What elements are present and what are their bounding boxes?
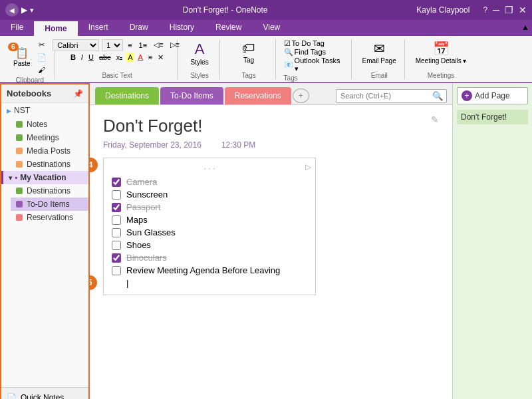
checkbox-sunglasses[interactable] [112, 228, 121, 237]
checkbox-binoculars[interactable] [112, 253, 121, 263]
highlight-button[interactable]: A [126, 53, 134, 62]
cursor-line[interactable] [112, 277, 307, 289]
myvacation-subitems: Destinations To-Do Items Reservations [1, 184, 88, 224]
underline-button[interactable]: U [86, 53, 96, 62]
sidebar-item-destinations-nst[interactable]: Destinations [11, 158, 88, 171]
meeting-details-button[interactable]: 📅 Meeting Details ▾ [413, 39, 469, 66]
tab-reservations[interactable]: Reservations [225, 87, 291, 104]
checklist-collapse[interactable]: ▷ [305, 162, 311, 172]
forward-button[interactable]: ▶ [21, 5, 27, 15]
tag-button[interactable]: 🏷 Tag [239, 39, 258, 65]
note-content: Don't Forget! Friday, September 23, 2016… [90, 105, 452, 399]
close-button[interactable]: ✕ [519, 5, 527, 15]
subscript-button[interactable]: x₂ [114, 53, 125, 63]
email-page-button[interactable]: ✉ Email Page [360, 39, 399, 66]
restore-button[interactable]: ❐ [505, 5, 513, 15]
tab-file[interactable]: File [0, 20, 34, 36]
styles-button[interactable]: A Styles [188, 39, 211, 67]
ribbon-content: 📋 Paste 6 ✂ 📄 🖌 Clipboard Calibri [0, 36, 532, 82]
checkbox-review[interactable] [112, 266, 121, 275]
tab-reservations-label: Reservations [235, 91, 281, 100]
indent-less-button[interactable]: ◁≡ [152, 40, 165, 50]
bold-button[interactable]: B [68, 53, 78, 62]
tab-draw[interactable]: Draw [119, 20, 159, 36]
note-date-text: Friday, September 23, 2016 [103, 140, 201, 150]
item-shoes-label: Shoes [126, 240, 151, 250]
item-passport-label: Passport [126, 202, 160, 212]
bullets-button[interactable]: ≡ [126, 41, 134, 50]
checkbox-sunscreen[interactable] [112, 190, 121, 200]
pin-icon[interactable]: 📌 [73, 89, 83, 98]
checklist-item-7: Binoculars [112, 251, 307, 264]
search-button[interactable]: 🔍 [430, 90, 446, 102]
italic-button[interactable]: I [79, 53, 85, 62]
checkbox-shoes[interactable] [112, 241, 121, 250]
sidebar-item-meetings[interactable]: Meetings [11, 131, 88, 144]
sidebar-item-nst[interactable]: ▸ NST [1, 103, 88, 118]
clear-format-button[interactable]: ✕ [156, 53, 166, 63]
meetings-group-label: Meetings [428, 70, 455, 79]
clipboard-group: 📋 Paste 6 ✂ 📄 🖌 Clipboard [5, 39, 55, 79]
tab-todo[interactable]: To-Do Items [160, 87, 223, 104]
sidebar-header: Notebooks 📌 [1, 84, 88, 103]
minimize-button[interactable]: ─ [493, 5, 499, 15]
checkbox-camera[interactable] [112, 178, 121, 187]
checkbox-maps[interactable] [112, 215, 121, 225]
sidebar-item-myvacation[interactable]: ▾ ▪ My Vacation [1, 171, 88, 184]
cursor-row: 5 [112, 277, 307, 289]
format-painter-button[interactable]: 🖌 [35, 65, 49, 75]
outlook-tasks-button[interactable]: 📧 Outlook Tasks ▾ [284, 57, 346, 73]
myvacation-arrow: ▾ [9, 174, 12, 182]
mediaposts-dot [16, 148, 23, 154]
font-color-button[interactable]: A [136, 53, 144, 62]
badge-4: 4 [90, 158, 98, 172]
back-button[interactable]: ◀ [5, 3, 19, 17]
tab-history[interactable]: History [159, 20, 205, 36]
tag-label: Tag [243, 57, 254, 64]
email-group-label: Email [371, 70, 388, 79]
sidebar-item-reservations[interactable]: Reservations [11, 211, 88, 224]
checklist-handle: · · · [112, 164, 307, 173]
tag-icon: 🏷 [242, 41, 255, 56]
todo-tag-button[interactable]: ☑ To Do Tag [284, 39, 325, 48]
quick-notes-button[interactable]: 📄 Quick Notes [1, 387, 88, 399]
checklist-item-3: Passport [112, 201, 307, 213]
destinations-nst-label: Destinations [27, 160, 70, 169]
cut-button[interactable]: ✂ [35, 39, 49, 51]
help-button[interactable]: ? [483, 5, 487, 15]
tab-review[interactable]: Review [205, 20, 252, 36]
sidebar-item-notes[interactable]: Notes [11, 118, 88, 131]
clipboard-icons: 📋 Paste 6 ✂ 📄 🖌 [11, 39, 49, 75]
tab-insert[interactable]: Insert [78, 20, 119, 36]
tab-destinations[interactable]: Destinations [95, 87, 159, 104]
sidebar-item-todoitems[interactable]: To-Do Items [11, 198, 88, 211]
add-page-button[interactable]: + Add Page [457, 87, 528, 104]
sidebar-item-mediaposts[interactable]: Media Posts [11, 144, 88, 158]
basic-text-label: Basic Text [102, 70, 132, 79]
checklist-item-5: Sun Glasses [112, 226, 307, 239]
right-panel: + Add Page Don't Forget! [452, 83, 532, 399]
tab-add[interactable]: + [293, 88, 309, 103]
copy-button[interactable]: 📄 [35, 52, 49, 63]
checkbox-passport[interactable] [112, 203, 121, 212]
find-tags-button[interactable]: 🔍 Find Tags [284, 48, 327, 57]
copy-icon: 📄 [37, 53, 47, 62]
font-size-select[interactable]: 11 [102, 39, 123, 51]
align-button[interactable]: ≡ [146, 53, 154, 62]
tab-view[interactable]: View [252, 20, 291, 36]
notes-label: Notes [27, 120, 47, 129]
strikethrough-button[interactable]: abc [97, 53, 113, 62]
ribbon-collapse[interactable]: ▲ [519, 20, 532, 36]
nst-subitems: Notes Meetings Media Posts Destinations [1, 118, 88, 171]
sidebar-item-destinations[interactable]: Destinations [11, 184, 88, 198]
numbering-button[interactable]: 1≡ [137, 41, 150, 50]
ribbon: File Home Insert Draw History Review Vie… [0, 20, 532, 83]
email-group: ✉ Email Page Email [354, 39, 405, 79]
search-input[interactable] [336, 90, 430, 101]
outlook-tasks-label: Outlook Tasks ▾ [295, 57, 346, 73]
page-item-dontforget[interactable]: Don't Forget! [457, 110, 528, 124]
font-family-select[interactable]: Calibri [53, 39, 99, 51]
main-layout: Notebooks 📌 ▸ NST Notes Meetings [0, 83, 532, 399]
edit-icon[interactable]: ✎ [431, 114, 439, 125]
tab-home[interactable]: Home [34, 20, 77, 36]
